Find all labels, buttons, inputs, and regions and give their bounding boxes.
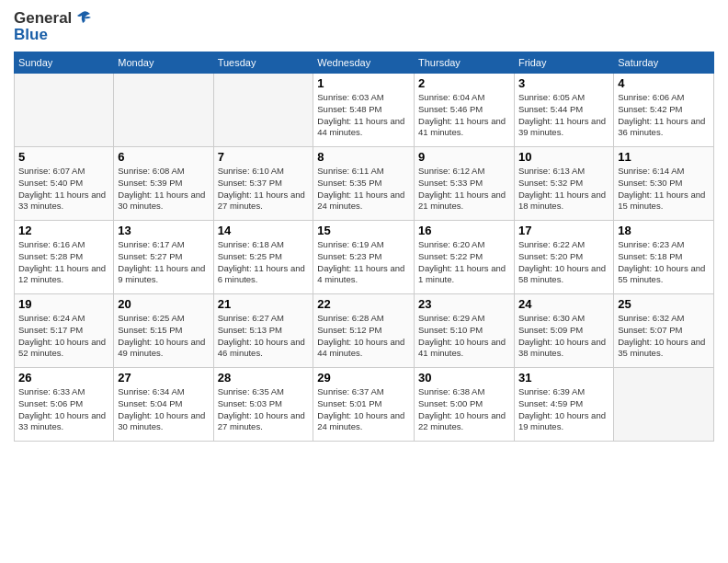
calendar-cell: 20Sunrise: 6:25 AMSunset: 5:15 PMDayligh… (114, 294, 213, 368)
calendar-cell: 31Sunrise: 6:39 AMSunset: 4:59 PMDayligh… (514, 368, 613, 442)
calendar-cell: 5Sunrise: 6:07 AMSunset: 5:40 PMDaylight… (15, 147, 114, 221)
day-info: Sunrise: 6:10 AMSunset: 5:37 PMDaylight:… (218, 166, 310, 213)
logo-bird-icon (74, 10, 92, 27)
calendar-cell: 18Sunrise: 6:23 AMSunset: 5:18 PMDayligh… (614, 221, 714, 294)
day-info: Sunrise: 6:33 AMSunset: 5:06 PMDaylight:… (18, 386, 109, 433)
day-info: Sunrise: 6:04 AMSunset: 5:46 PMDaylight:… (418, 92, 510, 139)
header: General Blue (14, 9, 714, 44)
day-info: Sunrise: 6:05 AMSunset: 5:44 PMDaylight:… (518, 92, 609, 139)
day-number: 19 (18, 297, 109, 311)
day-number: 18 (618, 224, 710, 237)
day-number: 22 (317, 297, 410, 311)
calendar-week-row: 5Sunrise: 6:07 AMSunset: 5:40 PMDaylight… (15, 147, 714, 221)
calendar-cell: 25Sunrise: 6:32 AMSunset: 5:07 PMDayligh… (614, 294, 714, 368)
day-info: Sunrise: 6:23 AMSunset: 5:18 PMDaylight:… (618, 239, 710, 286)
day-of-week-header: Saturday (614, 52, 714, 74)
day-number: 24 (518, 297, 609, 311)
day-number: 7 (218, 150, 310, 164)
day-number: 14 (218, 224, 310, 237)
calendar-cell: 9Sunrise: 6:12 AMSunset: 5:33 PMDaylight… (415, 147, 515, 221)
day-number: 30 (418, 371, 510, 385)
day-number: 11 (618, 150, 710, 164)
day-number: 25 (618, 297, 710, 311)
day-number: 3 (518, 76, 609, 90)
calendar-cell: 21Sunrise: 6:27 AMSunset: 5:13 PMDayligh… (213, 294, 313, 368)
calendar-cell: 19Sunrise: 6:24 AMSunset: 5:17 PMDayligh… (15, 294, 114, 368)
day-number: 26 (18, 371, 109, 385)
day-number: 23 (418, 297, 510, 311)
calendar-cell: 8Sunrise: 6:11 AMSunset: 5:35 PMDaylight… (313, 147, 415, 221)
calendar-cell: 23Sunrise: 6:29 AMSunset: 5:10 PMDayligh… (415, 294, 515, 368)
calendar-cell: 29Sunrise: 6:37 AMSunset: 5:01 PMDayligh… (313, 368, 415, 442)
calendar-cell: 17Sunrise: 6:22 AMSunset: 5:20 PMDayligh… (514, 221, 613, 294)
calendar-cell: 11Sunrise: 6:14 AMSunset: 5:30 PMDayligh… (614, 147, 714, 221)
day-info: Sunrise: 6:35 AMSunset: 5:03 PMDaylight:… (218, 386, 310, 433)
day-number: 20 (118, 297, 209, 311)
day-of-week-header: Wednesday (313, 52, 415, 74)
day-info: Sunrise: 6:13 AMSunset: 5:32 PMDaylight:… (518, 166, 609, 213)
day-number: 6 (118, 150, 209, 164)
day-info: Sunrise: 6:22 AMSunset: 5:20 PMDaylight:… (518, 239, 609, 286)
day-number: 13 (118, 224, 209, 237)
day-info: Sunrise: 6:34 AMSunset: 5:04 PMDaylight:… (118, 386, 209, 433)
day-info: Sunrise: 6:39 AMSunset: 4:59 PMDaylight:… (518, 386, 609, 433)
day-number: 16 (418, 224, 510, 237)
day-number: 2 (418, 76, 510, 90)
calendar-cell: 13Sunrise: 6:17 AMSunset: 5:27 PMDayligh… (114, 221, 213, 294)
day-number: 8 (317, 150, 410, 164)
calendar-week-row: 19Sunrise: 6:24 AMSunset: 5:17 PMDayligh… (15, 294, 714, 368)
calendar-cell: 26Sunrise: 6:33 AMSunset: 5:06 PMDayligh… (15, 368, 114, 442)
day-info: Sunrise: 6:03 AMSunset: 5:48 PMDaylight:… (317, 92, 410, 139)
calendar-cell: 12Sunrise: 6:16 AMSunset: 5:28 PMDayligh… (15, 221, 114, 294)
calendar-cell (213, 74, 313, 147)
day-of-week-header: Tuesday (213, 52, 313, 74)
calendar-cell: 7Sunrise: 6:10 AMSunset: 5:37 PMDaylight… (213, 147, 313, 221)
day-info: Sunrise: 6:37 AMSunset: 5:01 PMDaylight:… (317, 386, 410, 433)
day-of-week-header: Thursday (415, 52, 515, 74)
day-info: Sunrise: 6:14 AMSunset: 5:30 PMDaylight:… (618, 166, 710, 213)
day-info: Sunrise: 6:11 AMSunset: 5:35 PMDaylight:… (317, 166, 410, 213)
calendar-cell: 2Sunrise: 6:04 AMSunset: 5:46 PMDaylight… (415, 74, 515, 147)
day-number: 29 (317, 371, 410, 385)
calendar-cell (614, 368, 714, 442)
calendar-week-row: 1Sunrise: 6:03 AMSunset: 5:48 PMDaylight… (15, 74, 714, 147)
calendar-cell: 15Sunrise: 6:19 AMSunset: 5:23 PMDayligh… (313, 221, 415, 294)
day-number: 17 (518, 224, 609, 237)
day-info: Sunrise: 6:25 AMSunset: 5:15 PMDaylight:… (118, 313, 209, 360)
day-info: Sunrise: 6:12 AMSunset: 5:33 PMDaylight:… (418, 166, 510, 213)
calendar-cell: 30Sunrise: 6:38 AMSunset: 5:00 PMDayligh… (415, 368, 515, 442)
logo-blue: Blue (14, 26, 92, 44)
calendar-week-row: 26Sunrise: 6:33 AMSunset: 5:06 PMDayligh… (15, 368, 714, 442)
calendar-cell: 24Sunrise: 6:30 AMSunset: 5:09 PMDayligh… (514, 294, 613, 368)
logo-general: General (14, 9, 72, 28)
calendar-table: SundayMondayTuesdayWednesdayThursdayFrid… (14, 52, 714, 442)
day-info: Sunrise: 6:20 AMSunset: 5:22 PMDaylight:… (418, 239, 510, 286)
day-number: 28 (218, 371, 310, 385)
day-number: 10 (518, 150, 609, 164)
day-info: Sunrise: 6:19 AMSunset: 5:23 PMDaylight:… (317, 239, 410, 286)
calendar-cell: 10Sunrise: 6:13 AMSunset: 5:32 PMDayligh… (514, 147, 613, 221)
calendar-header-row: SundayMondayTuesdayWednesdayThursdayFrid… (15, 52, 714, 74)
calendar-cell: 1Sunrise: 6:03 AMSunset: 5:48 PMDaylight… (313, 74, 415, 147)
calendar-cell: 4Sunrise: 6:06 AMSunset: 5:42 PMDaylight… (614, 74, 714, 147)
day-info: Sunrise: 6:17 AMSunset: 5:27 PMDaylight:… (118, 239, 209, 286)
day-info: Sunrise: 6:16 AMSunset: 5:28 PMDaylight:… (18, 239, 109, 286)
calendar-cell: 22Sunrise: 6:28 AMSunset: 5:12 PMDayligh… (313, 294, 415, 368)
day-number: 9 (418, 150, 510, 164)
logo: General Blue (14, 9, 92, 44)
day-info: Sunrise: 6:30 AMSunset: 5:09 PMDaylight:… (518, 313, 609, 360)
day-info: Sunrise: 6:29 AMSunset: 5:10 PMDaylight:… (418, 313, 510, 360)
calendar-week-row: 12Sunrise: 6:16 AMSunset: 5:28 PMDayligh… (15, 221, 714, 294)
calendar-cell: 28Sunrise: 6:35 AMSunset: 5:03 PMDayligh… (213, 368, 313, 442)
day-of-week-header: Friday (514, 52, 613, 74)
day-number: 5 (18, 150, 109, 164)
calendar-cell: 14Sunrise: 6:18 AMSunset: 5:25 PMDayligh… (213, 221, 313, 294)
day-number: 4 (618, 76, 710, 90)
day-number: 15 (317, 224, 410, 237)
day-info: Sunrise: 6:24 AMSunset: 5:17 PMDaylight:… (18, 313, 109, 360)
day-number: 1 (317, 76, 410, 90)
calendar-cell: 6Sunrise: 6:08 AMSunset: 5:39 PMDaylight… (114, 147, 213, 221)
day-number: 27 (118, 371, 209, 385)
day-of-week-header: Sunday (15, 52, 114, 74)
day-of-week-header: Monday (114, 52, 213, 74)
